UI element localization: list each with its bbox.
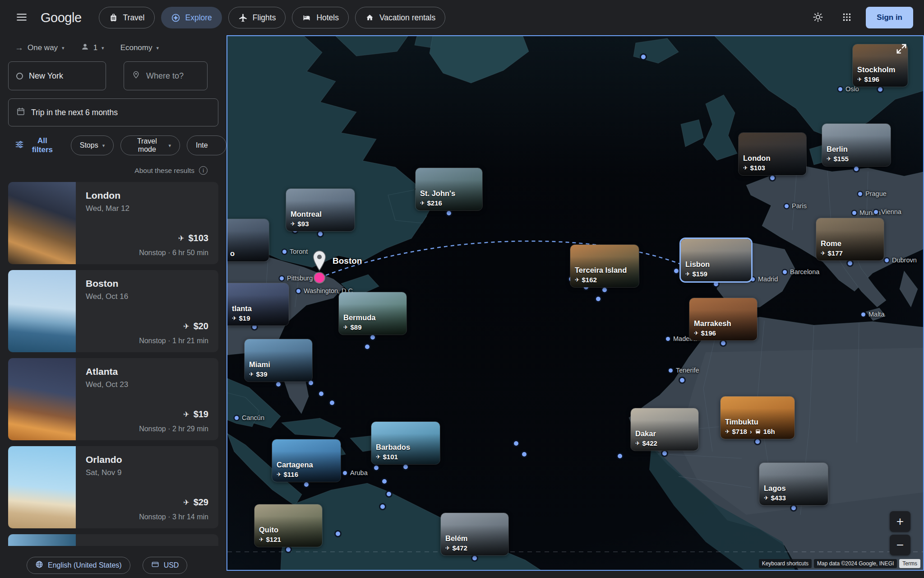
airport-dot[interactable]	[286, 547, 291, 552]
nav-flights[interactable]: Flights	[228, 7, 286, 28]
airport-dot[interactable]	[374, 466, 379, 470]
map-price-card[interactable]: Belém✈$472	[441, 513, 508, 555]
city-dot-icon	[296, 289, 300, 293]
destination-name: Montreal	[291, 210, 350, 219]
result-card-london[interactable]: London Wed, Mar 12 ✈$103 Nonstop · 6 hr …	[8, 182, 218, 264]
map-price-card[interactable]: Berlin✈$155	[822, 124, 891, 166]
map-price-card[interactable]: Marrakesh✈$196	[689, 298, 757, 340]
terms-link[interactable]: Terms	[899, 559, 920, 568]
map-price-card[interactable]: tlanta✈$19	[227, 283, 289, 326]
explore-map[interactable]: OsloPragueParisMunichViennaMadridBarcelo…	[226, 35, 924, 571]
map-price-card[interactable]: St. John's✈$216	[416, 168, 482, 210]
map-price-card[interactable]: Timbuktu✈$718›16h	[721, 396, 795, 439]
map-price-card[interactable]: London✈$103	[739, 133, 806, 175]
all-filters-button[interactable]: All filters	[15, 136, 56, 154]
map-price-card[interactable]: Barbados✈$101	[371, 422, 440, 464]
result-price: ✈$103	[178, 233, 208, 243]
map-price-card[interactable]: Dakar✈$422	[631, 408, 698, 451]
result-card-body: Atlanta Wed, Oct 23 ✈$19 Nonstop · 2 hr …	[76, 358, 218, 440]
city-name: Pittsburg	[287, 275, 313, 282]
airport-dot[interactable]	[854, 167, 859, 171]
passengers-select[interactable]: 1 ▾	[81, 42, 104, 53]
airport-dot[interactable]	[382, 479, 387, 484]
stops-filter-pill[interactable]: Stops ▾	[71, 135, 114, 155]
airport-dot[interactable]	[721, 341, 725, 345]
zoom-out-button[interactable]: −	[890, 535, 910, 555]
map-price-card[interactable]: Rome✈$177	[816, 218, 884, 261]
airport-dot[interactable]	[522, 452, 527, 457]
nav-vacation-rentals[interactable]: Vacation rentals	[355, 7, 445, 28]
airport-dot[interactable]	[304, 482, 309, 487]
airport-dot[interactable]	[472, 556, 477, 560]
airport-dot[interactable]	[662, 451, 667, 456]
airport-dot[interactable]	[380, 504, 385, 509]
airport-dot[interactable]	[674, 269, 679, 273]
result-card-atlanta[interactable]: Atlanta Wed, Oct 23 ✈$19 Nonstop · 2 hr …	[8, 358, 218, 440]
map-price-card[interactable]: Quito✈$121	[254, 504, 322, 547]
map-price-card[interactable]: o	[226, 219, 269, 261]
one-way-arrow-icon: →	[15, 43, 23, 53]
airport-dot[interactable]	[276, 382, 281, 387]
airport-dot[interactable]	[365, 345, 370, 349]
fullscreen-toggle-button[interactable]	[895, 42, 908, 56]
airport-dot[interactable]	[336, 531, 340, 536]
origin-input[interactable]: New York	[8, 61, 106, 90]
airport-dot[interactable]	[370, 335, 375, 340]
map-price-card[interactable]: Terceira Island✈$162	[570, 245, 639, 287]
nav-hotels[interactable]: Hotels	[292, 7, 349, 28]
hamburger-menu-button[interactable]	[11, 7, 32, 28]
currency-button[interactable]: USD	[143, 557, 188, 574]
destination-name: Belém	[445, 534, 504, 543]
destination-input[interactable]: Where to?	[124, 61, 208, 90]
airport-dot[interactable]	[596, 297, 601, 301]
airport-dot[interactable]	[848, 261, 852, 266]
zoom-in-button[interactable]: +	[890, 511, 910, 532]
airport-dot[interactable]	[602, 288, 607, 292]
map-price-card[interactable]: Montreal✈$93	[286, 189, 355, 231]
airport-dot[interactable]	[618, 454, 622, 458]
airport-dot[interactable]	[319, 392, 323, 396]
airport-dot[interactable]	[770, 176, 775, 180]
card-overlay: Montreal✈$93	[286, 189, 355, 231]
airport-dot[interactable]	[309, 381, 313, 385]
airport-dot[interactable]	[680, 378, 684, 382]
map-price-card[interactable]: Bermuda✈$89	[339, 292, 407, 335]
airport-dot[interactable]	[318, 232, 323, 236]
google-apps-button[interactable]	[837, 8, 857, 28]
destination-price: ✈$718›16h	[725, 428, 790, 435]
interests-filter-pill[interactable]: Inte	[187, 135, 226, 155]
cabin-class-select[interactable]: Economy ▾	[120, 43, 159, 52]
destination-price: ✈$196	[694, 329, 753, 337]
airport-dot[interactable]	[714, 282, 718, 286]
airport-dot[interactable]	[403, 465, 408, 469]
result-details: Nonstop · 6 hr 50 min	[139, 249, 208, 257]
airport-dot[interactable]	[878, 87, 882, 92]
airport-dot[interactable]	[641, 55, 646, 59]
google-logo[interactable]: Google	[41, 10, 82, 25]
airport-dot[interactable]	[791, 506, 796, 510]
stops-filter-label: Stops	[80, 141, 98, 149]
airport-dot[interactable]	[514, 441, 518, 446]
nav-explore[interactable]: Explore	[161, 7, 222, 28]
map-price-card[interactable]: Cartagena✈$116	[272, 439, 341, 482]
result-card-orlando[interactable]: Orlando Sat, Nov 9 ✈$29 Nonstop · 3 hr 1…	[8, 446, 218, 528]
travel-mode-filter-pill[interactable]: Travel mode ▾	[120, 135, 180, 155]
result-card-partial[interactable]	[8, 534, 218, 546]
nav-travel[interactable]: Travel	[99, 7, 155, 28]
keyboard-shortcuts-link[interactable]: Keyboard shortcuts	[759, 559, 812, 568]
airport-dot[interactable]	[447, 211, 451, 215]
airport-dot[interactable]	[387, 492, 391, 496]
map-price-card[interactable]: Miami✈$39	[245, 339, 312, 382]
info-icon[interactable]: i	[199, 166, 208, 175]
map-price-card[interactable]: Lagos✈$433	[759, 463, 828, 505]
language-button[interactable]: English (United States)	[27, 557, 130, 574]
result-card-boston[interactable]: Boston Wed, Oct 16 ✈$20 Nonstop · 1 hr 2…	[8, 270, 218, 352]
airport-dot[interactable]	[330, 401, 334, 405]
theme-toggle-button[interactable]	[808, 8, 828, 28]
sign-in-button[interactable]: Sign in	[866, 7, 913, 28]
destination-name: Cartagena	[277, 461, 336, 469]
map-price-card[interactable]: Lisbon✈$159	[681, 239, 751, 281]
date-range-button[interactable]: Trip in the next 6 months	[8, 98, 218, 126]
trip-type-select[interactable]: → One way ▾	[15, 43, 65, 53]
airport-dot[interactable]	[755, 439, 760, 444]
